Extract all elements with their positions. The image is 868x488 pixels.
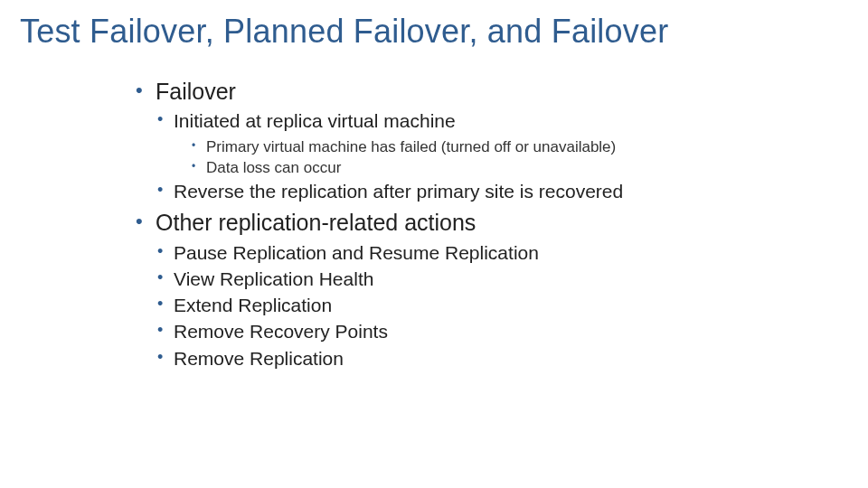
bullet-list-l2: Pause Replication and Resume Replication… (156, 241, 832, 371)
list-item-label: Remove Replication (174, 348, 344, 369)
list-item: Data loss can occur (192, 158, 832, 177)
list-item: Reverse the replication after primary si… (156, 180, 832, 203)
slide-title: Test Failover, Planned Failover, and Fai… (20, 13, 668, 51)
slide-body: Failover Initiated at replica virtual ma… (136, 72, 832, 371)
list-item: Extend Replication (156, 294, 832, 317)
list-item-label: Data loss can occur (206, 159, 341, 176)
list-item: Primary virtual machine has failed (turn… (192, 137, 832, 156)
list-item: Other replication-related actions Pause … (136, 209, 832, 371)
list-item-label: Pause Replication and Resume Replication (174, 242, 539, 263)
list-item-label: View Replication Health (174, 268, 373, 289)
bullet-list-l2: Initiated at replica virtual machine Pri… (156, 109, 832, 203)
bullet-list-l3: Primary virtual machine has failed (turn… (192, 137, 832, 178)
list-item-label: Extend Replication (174, 295, 332, 315)
list-item: Pause Replication and Resume Replication (156, 241, 832, 265)
list-item-label: Primary virtual machine has failed (turn… (206, 138, 616, 155)
list-item-label: Initiated at replica virtual machine (174, 110, 456, 131)
list-item: Initiated at replica virtual machine Pri… (156, 109, 832, 177)
list-item: Remove Recovery Points (156, 320, 832, 343)
slide: Test Failover, Planned Failover, and Fai… (0, 0, 868, 488)
list-item: View Replication Health (156, 267, 832, 291)
list-item: Remove Replication (156, 347, 832, 371)
list-item-label: Failover (156, 79, 236, 104)
list-item-label: Remove Recovery Points (174, 321, 388, 342)
list-item-label: Reverse the replication after primary si… (174, 181, 623, 202)
bullet-list-l1: Failover Initiated at replica virtual ma… (136, 78, 832, 371)
list-item: Failover Initiated at replica virtual ma… (136, 78, 832, 203)
list-item-label: Other replication-related actions (156, 210, 476, 235)
